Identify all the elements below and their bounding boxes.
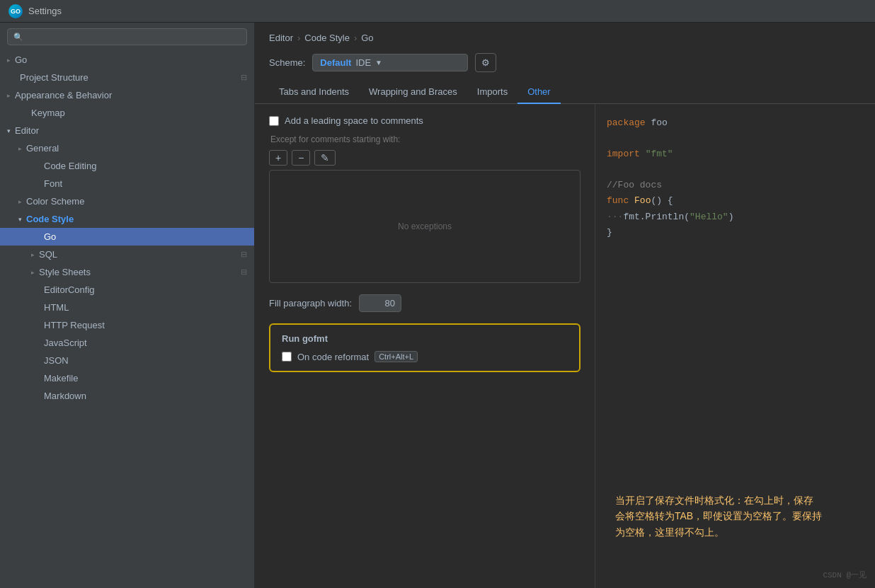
sidebar-item-sql[interactable]: ▸SQL⊟ xyxy=(0,246,254,263)
code-line: //Foo docs xyxy=(607,178,864,193)
sidebar-item-json[interactable]: JSON xyxy=(0,352,254,369)
sidebar-item-editor[interactable]: ▾Editor xyxy=(0,122,254,139)
scheme-select[interactable]: Default IDE ▼ xyxy=(312,54,468,71)
tab-other[interactable]: Other xyxy=(517,81,561,104)
sidebar-item-label: Code Style xyxy=(26,214,74,224)
sidebar-item-editorconfig[interactable]: EditorConfig xyxy=(0,281,254,299)
gofmt-shortcut-badge: Ctrl+Alt+L xyxy=(374,351,418,362)
sidebar-item-markdown[interactable]: Markdown xyxy=(0,387,254,405)
gofmt-title: Run gofmt xyxy=(282,333,568,344)
sidebar-item-label: Appearance & Behavior xyxy=(15,90,112,100)
sidebar-item-label: Go xyxy=(15,54,27,65)
tabs-bar: Tabs and IndentsWrapping and BracesImpor… xyxy=(255,81,875,104)
gofmt-checkbox[interactable] xyxy=(282,352,292,362)
code-line: import "fmt" xyxy=(607,146,864,162)
sidebar-item-code-style[interactable]: ▾Code Style xyxy=(0,210,254,228)
content-area: Editor › Code Style › Go Scheme: Default… xyxy=(255,23,875,588)
settings-icon: ⊟ xyxy=(241,73,247,82)
watermark: CSDN @一见 xyxy=(823,569,867,582)
sidebar-item-label: Style Sheets xyxy=(39,267,91,277)
sidebar-item-label: HTML xyxy=(44,302,69,313)
leading-space-checkbox[interactable] xyxy=(269,116,279,126)
code-line: ···fmt.Println("Hello") xyxy=(607,209,864,225)
sidebar-item-label: Go xyxy=(44,231,56,242)
gofmt-label[interactable]: On code reformat xyxy=(297,352,369,362)
code-line: func Foo() { xyxy=(607,193,864,209)
search-input[interactable] xyxy=(28,32,241,42)
add-exception-button[interactable]: + xyxy=(269,150,287,166)
search-icon: 🔍 xyxy=(13,33,23,42)
chevron-icon: ▾ xyxy=(7,127,11,134)
sidebar-item-project-structure[interactable]: Project Structure⊟ xyxy=(0,69,254,86)
settings-panel: Add a leading space to comments Except f… xyxy=(255,104,595,588)
sidebar-item-http-request[interactable]: HTTP Request xyxy=(0,316,254,334)
tab-tabs-indents[interactable]: Tabs and Indents xyxy=(269,81,359,104)
code-line: } xyxy=(607,225,864,241)
sidebar: 🔍 ▸GoProject Structure⊟▸Appearance & Beh… xyxy=(0,23,255,588)
sidebar-item-label: General xyxy=(26,143,59,154)
sidebar-item-style-sheets[interactable]: ▸Style Sheets⊟ xyxy=(0,263,254,281)
settings-preview: Add a leading space to comments Except f… xyxy=(255,104,875,588)
exceptions-toolbar: + − ✎ xyxy=(269,150,581,166)
leading-space-label[interactable]: Add a leading space to comments xyxy=(285,115,423,126)
sidebar-item-go[interactable]: ▸Go xyxy=(0,51,254,69)
sidebar-item-appearance[interactable]: ▸Appearance & Behavior xyxy=(0,86,254,104)
fill-paragraph-input[interactable]: 80 xyxy=(359,294,401,312)
search-box[interactable]: 🔍 xyxy=(7,28,247,45)
gofmt-box: Run gofmt On code reformat Ctrl+Alt+L xyxy=(269,323,581,372)
chevron-icon: ▸ xyxy=(18,145,22,152)
sidebar-item-label: Makefile xyxy=(44,373,78,384)
sidebar-item-general[interactable]: ▸General xyxy=(0,139,254,157)
chevron-icon: ▸ xyxy=(31,251,35,258)
scheme-label: Scheme: xyxy=(269,57,305,68)
sidebar-item-label: Editor xyxy=(15,125,39,136)
breadcrumb-code-style: Code Style xyxy=(304,33,350,43)
sidebar-item-javascript[interactable]: JavaScript xyxy=(0,334,254,352)
sidebar-item-go-lang[interactable]: Go xyxy=(0,228,254,246)
scheme-dropdown-arrow-icon: ▼ xyxy=(375,59,382,67)
sidebar-item-label: Color Scheme xyxy=(26,196,84,207)
sidebar-item-label: JSON xyxy=(44,355,69,366)
chevron-icon: ▸ xyxy=(7,92,11,99)
sidebar-item-makefile[interactable]: Makefile xyxy=(0,369,254,387)
sidebar-item-html[interactable]: HTML xyxy=(0,299,254,316)
breadcrumb-sep-1: › xyxy=(297,33,300,43)
breadcrumb-go: Go xyxy=(361,33,373,43)
remove-exception-button[interactable]: − xyxy=(292,150,310,166)
breadcrumb-editor: Editor xyxy=(269,33,293,43)
breadcrumb-sep-2: › xyxy=(354,33,357,43)
sidebar-item-label: Code Editing xyxy=(44,161,96,171)
tab-imports[interactable]: Imports xyxy=(467,81,517,104)
sidebar-item-keymap[interactable]: Keymap xyxy=(0,104,254,122)
sidebar-items-container: ▸GoProject Structure⊟▸Appearance & Behav… xyxy=(0,51,254,405)
gear-button[interactable]: ⚙ xyxy=(475,53,496,72)
fill-paragraph-row: Fill paragraph width: 80 xyxy=(269,294,581,312)
sidebar-item-label: EditorConfig xyxy=(44,284,95,295)
settings-icon: ⊟ xyxy=(241,267,247,277)
edit-exception-button[interactable]: ✎ xyxy=(314,150,336,166)
sidebar-item-label: Font xyxy=(44,178,62,189)
no-exceptions-label: No exceptions xyxy=(398,221,452,231)
chevron-icon: ▸ xyxy=(18,198,22,205)
leading-space-row: Add a leading space to comments xyxy=(269,115,581,126)
main-layout: 🔍 ▸GoProject Structure⊟▸Appearance & Beh… xyxy=(0,23,875,588)
exceptions-sub-label: Except for comments starting with: xyxy=(269,134,581,144)
sidebar-item-code-editing[interactable]: Code Editing xyxy=(0,157,254,175)
gofmt-checkbox-row: On code reformat Ctrl+Alt+L xyxy=(282,351,568,362)
sidebar-item-font[interactable]: Font xyxy=(0,175,254,192)
tooltip-overlay: 当开启了保存文件时格式化：在勾上时，保存 会将空格转为TAB，即使设置为空格了。… xyxy=(610,487,828,546)
sidebar-item-label: HTTP Request xyxy=(44,320,105,330)
breadcrumb: Editor › Code Style › Go xyxy=(255,23,875,50)
sidebar-item-label: Keymap xyxy=(31,108,65,118)
sidebar-item-label: Project Structure xyxy=(20,72,88,83)
scheme-scope: IDE xyxy=(355,57,371,68)
scheme-bar: Scheme: Default IDE ▼ ⚙ xyxy=(255,50,875,81)
settings-icon: ⊟ xyxy=(241,250,247,259)
tab-wrapping-braces[interactable]: Wrapping and Braces xyxy=(359,81,467,104)
sidebar-item-color-scheme[interactable]: ▸Color Scheme xyxy=(0,192,254,210)
sidebar-item-label: SQL xyxy=(39,249,57,260)
fill-paragraph-label: Fill paragraph width: xyxy=(269,298,352,309)
chevron-icon: ▸ xyxy=(7,57,11,64)
app-icon: GO xyxy=(8,4,23,18)
chevron-icon: ▾ xyxy=(18,216,22,223)
